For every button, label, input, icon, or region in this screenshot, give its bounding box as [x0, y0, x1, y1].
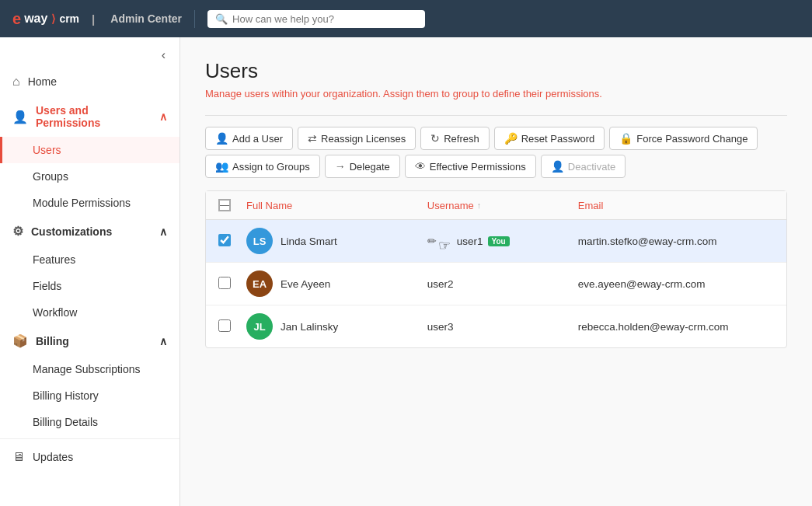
- sidebar-sub-item-users[interactable]: Users: [0, 137, 179, 163]
- eve-name-cell: EA Eve Ayeen: [246, 270, 427, 297]
- col-email-header: Email: [578, 200, 774, 211]
- sidebar-sub-item-groups[interactable]: Groups: [0, 163, 179, 190]
- sidebar-home-label: Home: [28, 75, 167, 88]
- row-jan-check[interactable]: [218, 319, 246, 334]
- sidebar-collapse-button[interactable]: ‹: [157, 47, 170, 64]
- you-badge: You: [488, 236, 510, 246]
- add-user-icon: 👤: [215, 132, 228, 145]
- sidebar-sub-item-workflow[interactable]: Workflow: [0, 299, 179, 326]
- search-box[interactable]: 🔍: [207, 10, 425, 28]
- reassign-icon: ⇄: [308, 132, 317, 145]
- table-row[interactable]: LS Linda Smart ✏ ☞ user1 You martin.stef…: [206, 220, 786, 263]
- customizations-chevron: ∧: [159, 225, 167, 238]
- jan-name-cell: JL Jan Lalinsky: [246, 313, 427, 340]
- updates-icon: 🖥: [12, 450, 25, 464]
- home-icon: ⌂: [12, 75, 20, 89]
- eve-checkbox[interactable]: [218, 277, 231, 289]
- table-row[interactable]: EA Eve Ayeen user2 eve.ayeen@eway-crm.co…: [206, 263, 786, 305]
- updates-label: Updates: [33, 451, 167, 463]
- effective-permissions-icon: 👁: [415, 160, 426, 173]
- users-table: — Full Name Username ↑ Email LS: [205, 190, 787, 348]
- linda-initials: LS: [253, 236, 267, 247]
- edit-icon[interactable]: ✏: [427, 235, 437, 247]
- jan-fullname: Jan Lalinsky: [281, 321, 338, 333]
- linda-name-cell: LS Linda Smart: [246, 228, 427, 254]
- delegate-label: Delegate: [350, 161, 390, 173]
- page-subtitle: Manage users within your organization. A…: [205, 88, 787, 99]
- reassign-licenses-button[interactable]: ⇄ Reassign Licenses: [298, 127, 416, 150]
- admin-center-label: Admin Center: [110, 12, 182, 25]
- users-sub-label: Users: [33, 144, 61, 156]
- row-eve-check[interactable]: [218, 277, 246, 291]
- layout: ‹ ⌂ Home 👤 Users and Permissions ∧ Users…: [0, 37, 812, 506]
- linda-username-cell: ✏ ☞ user1 You: [427, 232, 578, 250]
- main-content: Users Manage users within your organizat…: [180, 37, 812, 506]
- sidebar-item-updates[interactable]: 🖥 Updates: [0, 442, 179, 472]
- eve-email: eve.ayeen@eway-crm.com: [578, 278, 774, 290]
- reset-password-button[interactable]: 🔑 Reset Password: [494, 127, 605, 150]
- sidebar-divider: [0, 438, 179, 439]
- search-input[interactable]: [232, 13, 417, 25]
- brand: eway ⟩ crm | Admin Center: [12, 10, 195, 28]
- delegate-icon: →: [335, 160, 346, 173]
- linda-edit-cell: ✏ ☞: [427, 232, 452, 250]
- header-check: —: [218, 199, 246, 211]
- sidebar-sub-item-fields[interactable]: Fields: [0, 273, 179, 299]
- assign-groups-label: Assign to Groups: [232, 161, 310, 173]
- sidebar: ‹ ⌂ Home 👤 Users and Permissions ∧ Users…: [0, 37, 180, 506]
- sidebar-sub-item-features[interactable]: Features: [0, 246, 179, 273]
- refresh-label: Refresh: [444, 133, 479, 145]
- user-permissions-icon: 👤: [12, 110, 28, 124]
- billing-label: Billing: [36, 335, 152, 347]
- billing-icon: 📦: [12, 333, 28, 348]
- sidebar-item-customizations[interactable]: ⚙ Customizations ∧: [0, 216, 179, 246]
- assign-groups-button[interactable]: 👥 Assign to Groups: [205, 155, 320, 178]
- sidebar-sub-item-module-permissions[interactable]: Module Permissions: [0, 190, 179, 216]
- effective-permissions-button[interactable]: 👁 Effective Permissions: [405, 155, 536, 178]
- sidebar-sub-item-billing-details[interactable]: Billing Details: [0, 409, 179, 435]
- jan-username: user3: [427, 321, 454, 333]
- module-permissions-sub-label: Module Permissions: [33, 197, 131, 209]
- jan-initials: JL: [253, 321, 265, 333]
- col-username-header: Username ↑: [427, 200, 578, 211]
- refresh-button[interactable]: ↻ Refresh: [420, 127, 490, 150]
- cursor-indicator: ☞: [438, 237, 451, 254]
- linda-checkbox[interactable]: [218, 234, 231, 246]
- force-password-icon: 🔒: [619, 132, 633, 145]
- add-user-button[interactable]: 👤 Add a User: [205, 127, 293, 150]
- jan-checkbox[interactable]: [218, 319, 231, 332]
- force-password-button[interactable]: 🔒 Force Password Change: [609, 127, 758, 150]
- sidebar-sub-item-billing-history[interactable]: Billing History: [0, 382, 179, 409]
- eve-username: user2: [427, 278, 454, 290]
- force-password-label: Force Password Change: [636, 133, 748, 145]
- brand-way-text: way: [24, 12, 47, 26]
- header-divider: [205, 115, 787, 116]
- brand-crm-text: crm: [59, 12, 79, 25]
- header-checkbox-dash: —: [220, 200, 229, 211]
- reset-password-label: Reset Password: [521, 133, 595, 145]
- reassign-licenses-label: Reassign Licenses: [321, 133, 406, 145]
- deactivate-button[interactable]: 👤 Deactivate: [541, 155, 626, 178]
- table-row[interactable]: JL Jan Lalinsky user3 rebecca.holden@ewa…: [206, 305, 786, 347]
- manage-subscriptions-label: Manage Subscriptions: [33, 363, 141, 375]
- sidebar-sub-item-manage-subscriptions[interactable]: Manage Subscriptions: [0, 356, 179, 382]
- add-user-label: Add a User: [232, 133, 283, 145]
- sidebar-item-home[interactable]: ⌂ Home: [0, 67, 179, 96]
- sidebar-item-billing[interactable]: 📦 Billing ∧: [0, 326, 179, 356]
- row-linda-check[interactable]: [218, 234, 246, 249]
- linda-username: user1: [457, 236, 483, 247]
- assign-groups-icon: 👥: [215, 160, 228, 173]
- brand-separator: |: [92, 12, 95, 26]
- table-header: — Full Name Username ↑ Email: [206, 191, 786, 220]
- users-permissions-chevron: ∧: [159, 110, 167, 123]
- workflow-sub-label: Workflow: [33, 306, 77, 319]
- sidebar-item-users-permissions[interactable]: 👤 Users and Permissions ∧: [0, 96, 179, 137]
- billing-history-label: Billing History: [33, 389, 99, 402]
- fields-sub-label: Fields: [33, 280, 61, 292]
- topnav: eway ⟩ crm | Admin Center 🔍: [0, 0, 812, 37]
- brand-logo: eway ⟩ crm: [12, 10, 79, 28]
- brand-e-letter: e: [12, 10, 21, 28]
- delegate-button[interactable]: → Delegate: [325, 155, 400, 178]
- sidebar-toggle-area: ‹: [0, 37, 179, 67]
- reset-password-icon: 🔑: [504, 132, 518, 145]
